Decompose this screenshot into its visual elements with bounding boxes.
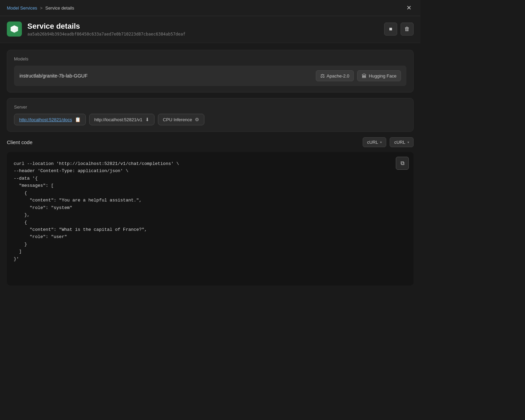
models-card: Models instructlab/granite-7b-lab-GGUF ⚖… xyxy=(7,50,414,93)
license-label: Apache-2.0 xyxy=(327,73,350,79)
api-url: http://localhost:52821/v1 xyxy=(94,117,143,122)
close-icon: ✕ xyxy=(406,4,412,11)
server-links: http://localhost:52821/docs 📋 http://loc… xyxy=(14,114,406,125)
delete-icon: 🗑 xyxy=(404,26,410,32)
language-dropdown-button[interactable]: cURL ▾ xyxy=(363,137,387,147)
models-label: Models xyxy=(14,56,406,61)
cpu-inference-button[interactable]: CPU Inference ⚙ xyxy=(158,114,204,125)
source-label: Hugging Face xyxy=(369,73,396,79)
client-code-header: Client code cURL ▾ cURL ▾ xyxy=(7,137,414,152)
scales-icon: ⚖ xyxy=(320,73,325,79)
template-dropdown-label: cURL xyxy=(394,140,405,145)
copy-code-button[interactable]: ⧉ xyxy=(396,157,409,170)
model-badges: ⚖ Apache-2.0 🏛 Hugging Face xyxy=(316,70,401,81)
server-card: Server http://localhost:52821/docs 📋 htt… xyxy=(7,98,414,132)
server-label: Server xyxy=(14,104,406,110)
breadcrumb: Model Services > Service details xyxy=(7,5,74,11)
chevron-down-icon-2: ▾ xyxy=(407,140,409,144)
license-badge-button[interactable]: ⚖ Apache-2.0 xyxy=(316,70,354,81)
stop-service-button[interactable]: ■ xyxy=(384,23,397,36)
model-name: instructlab/granite-7b-lab-GGUF xyxy=(19,73,88,79)
delete-service-button[interactable]: 🗑 xyxy=(401,23,414,36)
client-code-section: Client code cURL ▾ cURL ▾ curl --locatio… xyxy=(7,137,414,285)
docs-url[interactable]: http://localhost:52821/docs xyxy=(19,117,72,122)
main-content: Models instructlab/granite-7b-lab-GGUF ⚖… xyxy=(0,43,420,292)
breadcrumb-separator: > xyxy=(40,5,43,11)
docs-link-button[interactable]: http://localhost:52821/docs 📋 xyxy=(14,114,86,125)
docs-icon: 📋 xyxy=(75,117,81,122)
building-icon: 🏛 xyxy=(362,73,367,79)
service-id: aa5ab26b94b3934eadbf86450c633a7aed7e0b71… xyxy=(27,32,185,37)
copy-icon: ⧉ xyxy=(401,160,404,166)
download-icon: ⬇ xyxy=(145,117,149,122)
template-dropdown-button[interactable]: cURL ▾ xyxy=(390,137,414,147)
source-badge-button[interactable]: 🏛 Hugging Face xyxy=(357,70,401,81)
code-block: curl --location 'http://localhost:52821/… xyxy=(7,152,414,285)
models-row: instructlab/granite-7b-lab-GGUF ⚖ Apache… xyxy=(14,66,406,86)
api-link-button[interactable]: http://localhost:52821/v1 ⬇ xyxy=(89,114,154,125)
code-content: curl --location 'http://localhost:52821/… xyxy=(14,161,179,262)
titlebar: Model Services > Service details ✕ xyxy=(0,0,420,16)
service-header-left: Service details aa5ab26b94b3934eadbf8645… xyxy=(7,22,185,37)
service-title-block: Service details aa5ab26b94b3934eadbf8645… xyxy=(27,22,185,37)
page-title: Service details xyxy=(27,22,185,31)
client-code-title: Client code xyxy=(7,139,32,145)
language-dropdown-label: cURL xyxy=(367,140,378,145)
breadcrumb-current: Service details xyxy=(45,5,74,11)
breadcrumb-model-services-link[interactable]: Model Services xyxy=(7,5,37,11)
client-code-controls: cURL ▾ cURL ▾ xyxy=(363,137,414,147)
cpu-icon: ⚙ xyxy=(195,117,199,122)
stop-icon: ■ xyxy=(389,26,392,32)
chevron-down-icon: ▾ xyxy=(380,140,382,144)
service-header: Service details aa5ab26b94b3934eadbf8645… xyxy=(0,16,420,43)
header-actions: ■ 🗑 xyxy=(384,23,414,36)
window-close-button[interactable]: ✕ xyxy=(404,3,414,12)
service-logo xyxy=(7,22,22,37)
cpu-inference-label: CPU Inference xyxy=(163,117,192,122)
